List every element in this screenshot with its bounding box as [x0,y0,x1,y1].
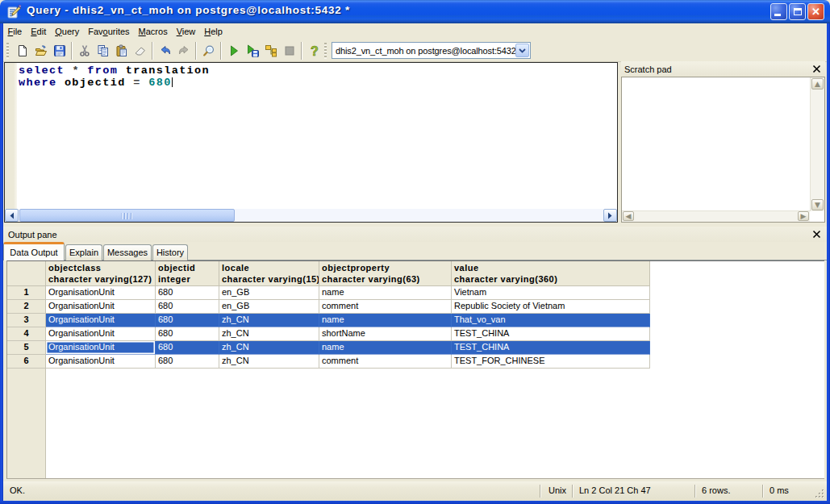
row-number[interactable]: 2 [7,300,46,314]
cell-locale[interactable]: en_GB [219,286,319,300]
tab-explain[interactable]: Explain [65,244,102,260]
row-number[interactable]: 4 [7,327,46,341]
menu-macros[interactable]: Macros [134,24,172,39]
find-button[interactable] [199,41,218,60]
cut-button[interactable] [75,41,94,60]
cell-locale[interactable]: zh_CN [219,341,319,355]
scratch-pad-vertical-scrollbar[interactable]: ▲ ▼ [810,77,824,211]
scroll-left-button[interactable]: ◀ [623,211,634,221]
paste-button[interactable] [112,41,131,60]
maximize-button[interactable] [789,3,806,20]
sql-editor-text[interactable]: select * from translation where objectid… [19,65,210,89]
cell-value[interactable]: TEST_CHINA [452,341,650,355]
cell-value[interactable]: TEST_FOR_CHINESE [452,355,650,369]
menu-favourites[interactable]: Favourites [84,24,134,39]
cell-value[interactable]: Republic Society of Vietnam [452,300,650,314]
redo-button[interactable] [174,41,193,60]
cell-objectid[interactable]: 680 [156,286,219,300]
menu-query[interactable]: Query [51,24,84,39]
undo-icon [159,44,172,57]
cell-value[interactable]: That_vo_van [452,314,650,327]
undo-button[interactable] [156,41,174,60]
connection-combo[interactable]: dhis2_vn_ct_moh on postgres@localhost:54… [332,42,531,59]
cell-value[interactable]: Vietnam [452,286,650,300]
menu-help[interactable]: Help [200,24,227,39]
clear-window-button[interactable] [131,41,149,60]
cell-objectclass[interactable]: OrganisationUnit [46,286,156,300]
tab-data-output[interactable]: Data Output [3,242,65,260]
table-row[interactable]: 4 OrganisationUnit 680 zh_CN shortName T… [7,327,650,341]
cell-objectproperty[interactable]: name [319,314,452,327]
scroll-down-button[interactable]: ▼ [811,199,824,210]
scratch-pad-horizontal-scrollbar[interactable]: ◀ ▶ [622,210,810,222]
row-number[interactable]: 1 [7,286,46,300]
open-file-button[interactable] [31,41,50,60]
cell-locale[interactable]: zh_CN [219,355,319,369]
scroll-up-button[interactable]: ▲ [811,78,824,90]
column-header-value[interactable]: valuecharacter varying(360) [452,261,650,286]
menu-edit[interactable]: Edit [27,24,51,39]
resize-grip[interactable] [815,489,825,499]
tab-history[interactable]: History [152,244,188,260]
combo-dropdown-button[interactable] [515,44,529,57]
scratch-pad-close-button[interactable] [811,64,822,74]
cell-locale[interactable]: zh_CN [219,327,319,341]
table-row[interactable]: 6 OrganisationUnit 680 zh_CN comment TES… [7,355,650,369]
menu-view[interactable]: View [172,24,200,39]
explain-query-button[interactable] [261,41,280,60]
execute-to-file-button[interactable] [243,41,261,60]
cell-objectproperty[interactable]: name [319,286,452,300]
column-header-objectproperty[interactable]: objectpropertycharacter varying(63) [319,261,452,286]
cell-objectclass[interactable]: OrganisationUnit [46,327,156,341]
row-number[interactable]: 6 [7,355,46,369]
cell-objectid[interactable]: 680 [156,300,219,314]
cell-objectid[interactable]: 680 [156,314,219,327]
cell-locale[interactable]: en_GB [219,300,319,314]
cell-objectid[interactable]: 680 [156,341,219,355]
cell-objectproperty[interactable]: comment [319,355,452,369]
output-pane-close-button[interactable] [811,229,822,240]
cell-objectid[interactable]: 680 [156,327,219,341]
toolbar-grip[interactable] [324,43,327,59]
new-file-button[interactable] [13,41,31,60]
close-button[interactable]: ✕ [807,3,824,20]
sql-editor[interactable]: select * from translation where objectid… [4,62,618,223]
cell-objectproperty[interactable]: name [319,341,452,355]
scratch-pad-textarea[interactable]: ▲ ▼ ◀ ▶ [621,77,825,223]
cell-objectproperty[interactable]: comment [319,300,452,314]
minimize-button[interactable] [770,3,787,20]
table-row[interactable]: 1 OrganisationUnit 680 en_GB name Vietna… [7,286,650,300]
table-row-selected[interactable]: 5 OrganisationUnit 680 zh_CN name TEST_C… [7,341,650,355]
column-header-objectid[interactable]: objectidinteger [156,261,219,286]
menu-file[interactable]: File [3,24,27,39]
scroll-left-button[interactable] [5,209,19,222]
column-header-objectclass[interactable]: objectclasscharacter varying(127) [46,261,156,286]
corner-header-cell[interactable] [7,261,46,286]
editor-scrollbar-thumb[interactable] [19,209,235,222]
cell-objectclass[interactable]: OrganisationUnit [46,314,156,327]
help-button[interactable]: ? [305,41,323,60]
copy-button[interactable] [94,41,112,60]
cell-objectproperty[interactable]: shortName [319,327,452,341]
cell-locale[interactable]: zh_CN [219,314,319,327]
cell-objectid[interactable]: 680 [156,355,219,369]
row-number[interactable]: 5 [7,341,46,355]
cell-objectclass[interactable]: OrganisationUnit [46,300,156,314]
grid-header-row: objectclasscharacter varying(127) object… [7,261,650,286]
cell-objectclass-focused[interactable]: OrganisationUnit [46,341,156,355]
scroll-right-button[interactable] [603,209,617,222]
table-row[interactable]: 2 OrganisationUnit 680 en_GB comment Rep… [7,300,650,314]
cancel-query-button[interactable] [280,41,298,60]
toolbar-grip[interactable] [6,43,9,59]
save-file-button[interactable] [50,41,69,60]
cell-objectclass[interactable]: OrganisationUnit [46,355,156,369]
column-header-locale[interactable]: localecharacter varying(15) [219,261,319,286]
cell-value[interactable]: TEST_CHINA [452,327,650,341]
tab-messages[interactable]: Messages [103,244,152,260]
close-icon: ✕ [811,6,820,17]
scroll-right-button[interactable]: ▶ [798,211,809,221]
row-number[interactable]: 3 [7,314,46,327]
table-row-selected[interactable]: 3 OrganisationUnit 680 zh_CN name That_v… [7,314,650,327]
editor-horizontal-scrollbar[interactable] [5,209,617,222]
execute-query-button[interactable] [224,41,243,60]
